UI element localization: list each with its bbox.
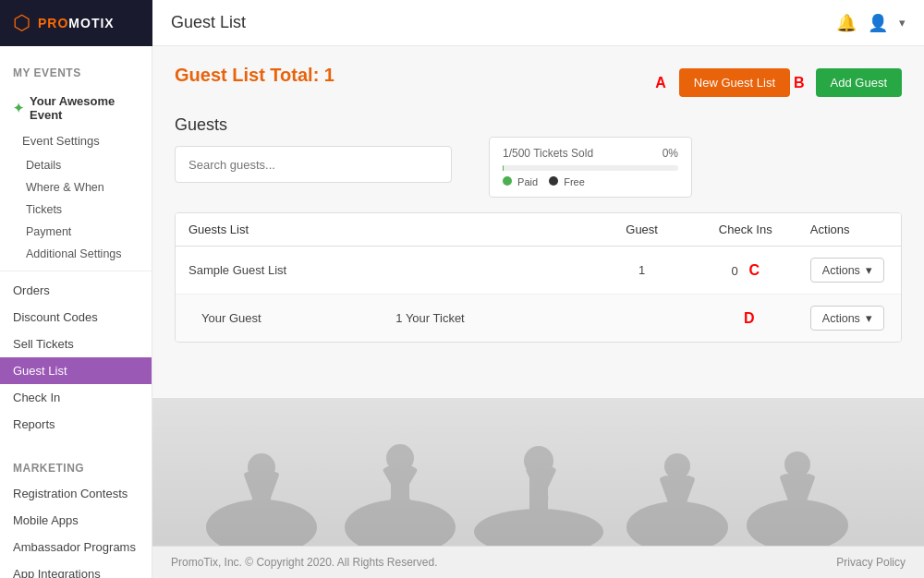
row2-name: Your Guest <box>176 300 383 336</box>
topbar-title: Guest List <box>171 13 836 32</box>
user-icon[interactable]: 👤 <box>868 13 888 33</box>
tickets-sold-label: 1/500 Tickets Sold <box>503 147 593 160</box>
tickets-sold-row: 1/500 Tickets Sold 0% <box>503 147 678 160</box>
free-dot <box>549 176 558 186</box>
user-chevron-icon[interactable]: ▾ <box>899 16 906 30</box>
content-header: Guest List Total: 1 A New Guest List B A… <box>175 65 902 101</box>
footer: PromoTix, Inc. © Copyright 2020. All Rig… <box>152 546 924 578</box>
logo-text: PROMOTIX <box>38 16 115 30</box>
sidebar-event-settings[interactable]: Event Settings <box>0 127 152 154</box>
privacy-policy-link[interactable]: Privacy Policy <box>836 556 906 569</box>
label-a: A <box>655 75 666 91</box>
row2-ticket: 1 Your Ticket <box>383 300 590 336</box>
svg-point-9 <box>386 444 414 472</box>
concert-bg <box>152 398 924 546</box>
search-box[interactable] <box>175 146 452 183</box>
table-header: Guests List Guest Check Ins Actions <box>176 213 901 247</box>
th-guests-list: Guests List <box>176 213 383 246</box>
free-legend: Free <box>549 176 585 187</box>
row1-ticket <box>383 259 590 282</box>
sidebar-sub-details[interactable]: Details <box>0 154 152 176</box>
row2-actions-button[interactable]: Actions ▾ <box>810 306 884 331</box>
tickets-widget: 1/500 Tickets Sold 0% Paid <box>489 137 692 198</box>
my-events-section: My Events ✦ Your Awesome Event Event Set… <box>0 46 152 445</box>
svg-point-19 <box>664 453 690 479</box>
sidebar-logo-topbar: ⬡ PROMOTIX <box>0 0 152 46</box>
tickets-progress-bar <box>503 165 678 171</box>
sidebar-sub-payment[interactable]: Payment <box>0 221 152 243</box>
row1-actions-button[interactable]: Actions ▾ <box>810 258 884 283</box>
logo-icon: ⬡ <box>13 11 30 35</box>
main-content: Guest List Total: 1 A New Guest List B A… <box>152 46 924 578</box>
row1-checkins: 0 C <box>694 251 797 290</box>
topbar-icons: 🔔 👤 ▾ <box>836 13 906 33</box>
label-d: D <box>744 310 755 326</box>
th-guest: Guest <box>590 213 694 246</box>
row2-checkins: D <box>694 299 797 338</box>
sidebar-item-mobile-apps[interactable]: Mobile Apps <box>0 507 152 534</box>
content-area: Guest List Total: 1 A New Guest List B A… <box>152 46 924 398</box>
sidebar-item-check-in[interactable]: Check In <box>0 384 152 411</box>
guests-table: Guests List Guest Check Ins Actions Samp… <box>175 212 902 343</box>
row2-chevron-icon: ▾ <box>866 311 872 325</box>
sidebar-item-discount-codes[interactable]: Discount Codes <box>0 304 152 331</box>
th-empty <box>383 213 590 246</box>
sidebar-event-name[interactable]: ✦ Your Awesome Event <box>0 85 152 127</box>
sidebar-item-registration-contests[interactable]: Registration Contests <box>0 480 152 507</box>
th-actions: Actions <box>797 213 901 246</box>
add-guest-button[interactable]: Add Guest <box>816 68 902 97</box>
topbar: ⬡ PROMOTIX Guest List 🔔 👤 ▾ <box>0 0 924 46</box>
row1-name: Sample Guest List <box>176 252 383 288</box>
svg-point-24 <box>784 452 810 477</box>
label-b: B <box>794 75 805 91</box>
table-row: Sample Guest List 1 0 C Actions ▾ <box>176 247 901 295</box>
header-buttons: A New Guest List B Add Guest <box>655 68 902 97</box>
sidebar-item-reports[interactable]: Reports <box>0 411 152 438</box>
my-events-label: My Events <box>0 54 152 85</box>
guests-section: Guests 1/500 Tickets Sold 0% <box>175 115 902 343</box>
concert-silhouette <box>169 416 908 546</box>
tickets-legend: Paid Free <box>503 176 678 187</box>
th-check-ins: Check Ins <box>694 213 797 246</box>
bell-icon[interactable]: 🔔 <box>836 13 857 33</box>
search-input[interactable] <box>188 158 438 172</box>
footer-copyright: PromoTix, Inc. © Copyright 2020. All Rig… <box>171 556 438 569</box>
paid-dot <box>503 176 512 186</box>
row1-guest: 1 <box>590 252 694 288</box>
row2-guest <box>590 307 694 330</box>
sidebar-sub-tickets[interactable]: Tickets <box>0 199 152 221</box>
sidebar-sub-additional-settings[interactable]: Additional Settings <box>0 243 152 265</box>
table-row: Your Guest 1 Your Ticket D Actions ▾ <box>176 295 901 342</box>
svg-point-4 <box>248 453 275 481</box>
label-c: C <box>748 262 760 278</box>
guests-title: Guests <box>175 115 902 135</box>
tickets-sold-pct: 0% <box>663 147 678 160</box>
row2-actions: Actions ▾ <box>797 295 901 342</box>
new-guest-list-button[interactable]: New Guest List <box>679 68 790 97</box>
marketing-section: Marketing Registration Contests Mobile A… <box>0 445 152 578</box>
guest-list-total: Guest List Total: 1 <box>175 65 334 86</box>
sidebar-item-app-integrations[interactable]: App Integrations <box>0 560 152 578</box>
sidebar-item-ambassador-programs[interactable]: Ambassador Programs <box>0 534 152 560</box>
sidebar-sub-where-when[interactable]: Where & When <box>0 176 152 199</box>
paid-legend: Paid <box>503 176 538 187</box>
event-star-icon: ✦ <box>13 101 24 115</box>
row1-actions: Actions ▾ <box>797 247 901 294</box>
sidebar: My Events ✦ Your Awesome Event Event Set… <box>0 46 152 578</box>
sidebar-item-guest-list[interactable]: Guest List <box>0 357 152 384</box>
sidebar-item-orders[interactable]: Orders <box>0 277 152 304</box>
marketing-label: Marketing <box>0 449 152 480</box>
row1-chevron-icon: ▾ <box>866 263 872 277</box>
sidebar-item-sell-tickets[interactable]: Sell Tickets <box>0 331 152 357</box>
svg-point-14 <box>524 446 553 476</box>
search-and-widget-row: 1/500 Tickets Sold 0% Paid <box>175 146 902 198</box>
